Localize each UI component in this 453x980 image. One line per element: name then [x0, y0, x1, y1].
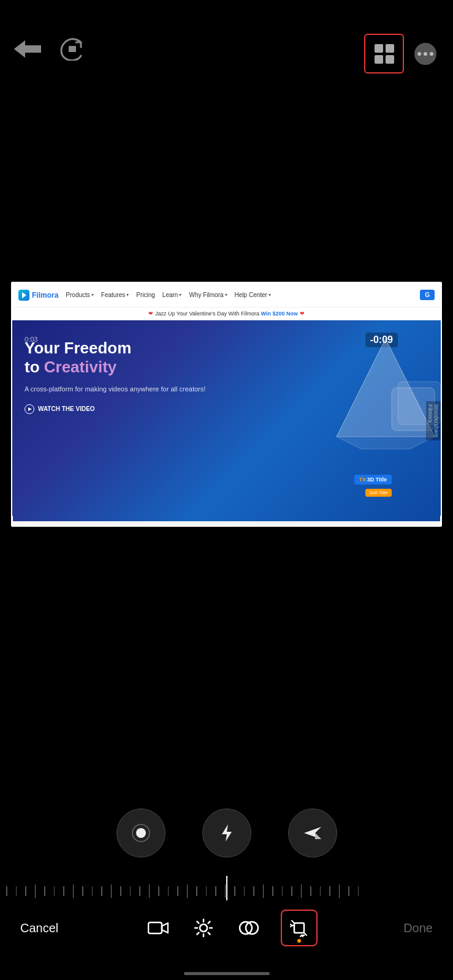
tick-5	[44, 886, 45, 896]
send-button[interactable]	[288, 809, 337, 858]
tick-8-tall	[73, 884, 74, 898]
watch-video-label: WATCH THE VIDEO	[38, 405, 95, 412]
svg-rect-35	[294, 923, 304, 933]
tick-22	[206, 886, 207, 896]
nav-help-center-label: Help Center	[235, 292, 267, 298]
top-left-icons	[12, 34, 86, 64]
nav-products-label: Products	[66, 292, 89, 298]
tick-36-tall	[339, 884, 340, 898]
promo-link[interactable]: Win $200 Now	[261, 311, 298, 317]
tick-15	[139, 886, 140, 896]
tick-2	[16, 886, 17, 896]
svg-point-10	[424, 52, 427, 56]
top-toolbar	[0, 0, 453, 113]
play-circle-icon: ▶	[25, 404, 34, 414]
hero-3d-shape	[324, 326, 441, 461]
record-button[interactable]	[116, 809, 166, 858]
tick-34	[320, 886, 321, 896]
svg-rect-6	[375, 55, 383, 64]
tick-7	[63, 886, 64, 896]
nav-bar: Filmora Products ▾ Features ▾ Pricing Le…	[12, 283, 441, 307]
nav-why-filmora-label: Why Filmora	[189, 292, 223, 298]
brightness-icon-button[interactable]	[190, 914, 217, 941]
svg-marker-21	[315, 833, 321, 839]
tick-32-tall	[301, 884, 302, 898]
corner-handle-br[interactable]	[431, 516, 442, 527]
tick-13	[120, 886, 121, 896]
tick-14	[130, 886, 131, 896]
tick-33	[310, 886, 311, 896]
corner-handle-bl[interactable]	[11, 516, 22, 527]
tick-31	[291, 886, 292, 896]
svg-point-24	[200, 924, 207, 932]
playhead[interactable]	[226, 876, 227, 900]
wondershare-watermark: WondershareFilmora	[426, 401, 441, 440]
tick-4-tall	[35, 884, 36, 898]
tick-29	[272, 886, 273, 896]
svg-rect-4	[375, 44, 383, 53]
nav-features[interactable]: Features ▾	[101, 292, 129, 298]
cancel-button[interactable]: Cancel	[15, 916, 63, 940]
svg-marker-19	[222, 824, 232, 842]
tick-10	[92, 886, 93, 896]
svg-rect-1	[25, 45, 41, 53]
nav-products[interactable]: Products ▾	[66, 292, 93, 298]
svg-line-37	[292, 921, 294, 923]
tick-28-tall	[263, 884, 264, 898]
tag-3d-title: 3D Title	[354, 475, 392, 484]
promo-heart-left: ❤	[148, 311, 153, 317]
video-preview: Filmora Products ▾ Features ▾ Pricing Le…	[11, 282, 442, 527]
nav-help-center[interactable]: Help Center ▾	[235, 292, 271, 298]
tick-12-tall	[111, 884, 112, 898]
svg-line-29	[197, 922, 199, 924]
corner-handle-tl[interactable]	[11, 282, 22, 293]
nav-help-center-arrow: ▾	[268, 292, 271, 298]
tick-16-tall	[149, 884, 150, 898]
top-right-icons	[364, 34, 441, 74]
hero-title: Your Freedomto Creativity	[25, 339, 246, 377]
tick-25	[234, 886, 235, 896]
tick-20-tall	[187, 884, 188, 898]
svg-point-9	[417, 52, 421, 56]
hero-subtitle: A cross-platform for making videos anywh…	[25, 384, 246, 394]
website-content: Filmora Products ▾ Features ▾ Pricing Le…	[12, 283, 441, 526]
blend-icon-button[interactable]	[235, 914, 262, 941]
bottom-toolbar: Cancel	[0, 900, 453, 956]
tick-35	[329, 886, 330, 896]
svg-rect-7	[386, 55, 394, 64]
layout-button[interactable]	[364, 34, 404, 74]
svg-marker-12	[22, 292, 26, 298]
tick-23	[215, 886, 216, 896]
tick-18	[168, 886, 169, 896]
tick-3	[25, 886, 26, 896]
nav-pricing[interactable]: Pricing	[136, 292, 155, 298]
crop-active-dot	[297, 939, 301, 943]
nav-pricing-label: Pricing	[136, 292, 155, 298]
done-button[interactable]: Done	[398, 916, 438, 940]
corner-handle-tr[interactable]	[431, 282, 442, 293]
tick-21	[196, 886, 197, 896]
svg-line-31	[208, 922, 210, 924]
flash-button[interactable]	[202, 809, 251, 858]
nav-logo: Filmora	[18, 290, 58, 301]
filmora-brand-name: Filmora	[32, 291, 58, 300]
nav-features-arrow: ▾	[126, 292, 129, 298]
redo-button[interactable]	[55, 34, 86, 64]
more-options-button[interactable]	[410, 39, 441, 69]
svg-rect-22	[148, 922, 162, 933]
svg-marker-23	[162, 923, 168, 933]
tick-9	[82, 886, 83, 896]
nav-why-filmora[interactable]: Why Filmora ▾	[189, 292, 227, 298]
toolbar-icon-group	[145, 910, 318, 946]
tick-1	[6, 886, 7, 896]
crop-transform-icon-button[interactable]	[281, 910, 318, 946]
video-camera-icon-button[interactable]	[145, 914, 172, 941]
round-buttons-row	[0, 809, 453, 858]
tick-19	[177, 886, 178, 896]
undo-button[interactable]	[12, 34, 43, 64]
svg-line-32	[197, 933, 199, 935]
nav-products-arrow: ▾	[91, 292, 94, 298]
tick-26	[244, 886, 245, 896]
tick-38	[358, 886, 359, 896]
nav-learn[interactable]: Learn ▾	[162, 292, 182, 298]
